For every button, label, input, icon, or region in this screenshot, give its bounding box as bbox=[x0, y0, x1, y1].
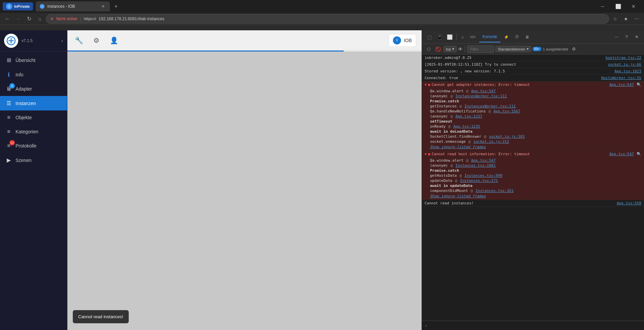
person-button[interactable]: 👤 bbox=[108, 34, 120, 46]
dt-tab-consolejs[interactable]: </> bbox=[467, 32, 478, 42]
src-1-5[interactable]: App.tsx:1567 bbox=[493, 109, 520, 113]
src-1-4[interactable]: InstancesWorker.tsx:111 bbox=[464, 104, 516, 108]
console-filter-input[interactable] bbox=[467, 45, 494, 53]
show-frames-2[interactable]: Show ignore-listed frames bbox=[430, 193, 644, 199]
error-search-icon-2[interactable]: 🔍 bbox=[637, 152, 641, 156]
stack-row-1-2: (anonym) @ InstancesWorker.tsx:111 bbox=[430, 94, 644, 99]
console-input-area: › bbox=[422, 321, 644, 330]
back-button[interactable]: ← bbox=[3, 14, 12, 24]
console-log-area[interactable]: iobroker.admin@7.0.25 bootstrap.tsx:22 [… bbox=[422, 55, 644, 321]
sidebar-item-instanzen[interactable]: ☰ Instanzen bbox=[0, 96, 67, 110]
forward-button[interactable]: → bbox=[13, 14, 23, 24]
method-1-1: Qa.window.alert bbox=[430, 89, 463, 93]
wrench-button[interactable]: 🔧 bbox=[73, 34, 85, 46]
collections-button[interactable]: ★ bbox=[621, 14, 631, 24]
dt-divider2 bbox=[465, 46, 465, 53]
log-src-1[interactable]: bootstrap.tsx:22 bbox=[606, 56, 641, 60]
stack-row-2-1: Qa.window.alert @ App.tsx:547 bbox=[430, 158, 644, 163]
maximize-button[interactable]: ⬜ bbox=[610, 1, 626, 11]
sidebar-item-protokolle[interactable]: ≡ 12 Protokolle bbox=[0, 139, 67, 153]
dt-tab-performance[interactable]: ⏱ bbox=[512, 32, 522, 42]
method-1-5: Qa.handleNewNotifications bbox=[430, 109, 486, 113]
sidebar-item-info[interactable]: ℹ Info bbox=[0, 67, 67, 82]
at-2-5: @ bbox=[455, 178, 457, 183]
sidebar-item-kategorien[interactable]: ≡ Kategorien bbox=[0, 125, 67, 139]
console-settings-button[interactable]: ⚙ bbox=[570, 45, 578, 53]
log-src-3[interactable]: App.tsx:1023 bbox=[615, 69, 641, 73]
tab-close-icon[interactable]: ✕ bbox=[100, 4, 106, 9]
src-1-8[interactable]: App.tsx:1235 bbox=[453, 124, 480, 129]
inspect-element-button[interactable]: ⬚ bbox=[425, 32, 434, 42]
dt-tab-elements[interactable]: ⌂ bbox=[459, 32, 466, 42]
dt-tab-more[interactable]: ⋯ bbox=[612, 32, 621, 42]
stack-row-1-8: onReady @ App.tsx:1235 bbox=[430, 124, 644, 129]
error-src-2[interactable]: App.tsx:547 bbox=[609, 152, 634, 156]
title-bar: i InPrivate i instances - IOB ✕ + ─ ⬜ ✕ bbox=[0, 0, 644, 13]
stack-section-1-9: await in doLoadData bbox=[430, 129, 644, 134]
context-chevron-icon: ▾ bbox=[452, 47, 454, 51]
favorites-button[interactable]: ☆ bbox=[610, 14, 620, 24]
at-2-2: @ bbox=[451, 163, 453, 168]
show-frames-1[interactable]: Show ignore-listed frames bbox=[430, 144, 644, 150]
console-sidebar-toggle[interactable]: ⬡ bbox=[425, 45, 433, 53]
sidebar-item-adapter[interactable]: 🖥 6 Adapter bbox=[0, 82, 67, 96]
src-2-5[interactable]: Instances.tsx:271 bbox=[460, 178, 498, 183]
reload-button[interactable]: ↻ bbox=[24, 14, 34, 24]
drawer-toggle-button[interactable]: ⬜ bbox=[445, 32, 454, 42]
minimize-button[interactable]: ─ bbox=[595, 1, 610, 11]
stack-row-1-6: (anonym) @ App.tsx:1237 bbox=[430, 114, 644, 119]
src-2-7[interactable]: Instances.tsx:261 bbox=[476, 189, 514, 193]
dt-tab-network[interactable]: ⚡ bbox=[501, 32, 512, 42]
src-1-2[interactable]: InstancesWorker.tsx:111 bbox=[456, 94, 507, 98]
log-src-4[interactable]: HostsWorker.tsx:55 bbox=[601, 76, 641, 80]
dt-tab-application[interactable]: 🖥 bbox=[522, 32, 532, 42]
adapter-icon: 🖥 6 bbox=[5, 86, 12, 92]
iob-badge[interactable]: I IOB bbox=[389, 34, 416, 47]
adapter-label: Adapter bbox=[16, 86, 32, 92]
dt-tab-console[interactable]: Konsole bbox=[479, 32, 500, 42]
device-toggle-button[interactable]: 📱 bbox=[435, 32, 444, 42]
error-search-icon-1[interactable]: 🔍 bbox=[637, 82, 641, 87]
src-2-4[interactable]: Instances.tsx:999 bbox=[464, 173, 502, 178]
kategorien-label: Kategorien bbox=[16, 129, 38, 134]
new-tab-button[interactable]: + bbox=[111, 2, 121, 11]
src-2-2[interactable]: Instances.tsx:1001 bbox=[456, 163, 496, 168]
close-button[interactable]: ✕ bbox=[626, 1, 641, 11]
settings-button[interactable]: ⚙ bbox=[90, 34, 102, 46]
error-toggle-icon-2[interactable]: ▼ bbox=[425, 152, 427, 156]
dt-help-button[interactable]: ? bbox=[622, 32, 631, 42]
src-1-11[interactable]: socket.io.js:212 bbox=[473, 139, 509, 144]
more-button[interactable]: ⋯ bbox=[632, 14, 641, 24]
src-1-10[interactable]: socket.io.js:303 bbox=[489, 134, 525, 139]
home-button[interactable]: ⌂ bbox=[35, 14, 44, 24]
window-controls: ─ ⬜ ✕ bbox=[595, 1, 641, 11]
error-toggle-icon-1[interactable]: ▼ bbox=[425, 83, 427, 87]
stack-row-2-4: getHostsData @ Instances.tsx:999 bbox=[430, 173, 644, 178]
console-clear-button[interactable]: 🚫 bbox=[434, 45, 442, 53]
error-text-1: Cannot get adapter instances: Error: tim… bbox=[432, 82, 608, 87]
src-1-1[interactable]: App.tsx:547 bbox=[471, 89, 496, 93]
src-1-6[interactable]: App.tsx:1237 bbox=[456, 114, 482, 119]
sidebar-item-szenen[interactable]: ▶ Szenen bbox=[0, 153, 67, 167]
dt-close-button[interactable]: ✕ bbox=[632, 32, 641, 42]
console-input-field[interactable] bbox=[429, 323, 641, 328]
browser-tab[interactable]: i instances - IOB ✕ bbox=[36, 1, 110, 11]
error-block-2: ▼ ● Cannot read host information: Error:… bbox=[422, 151, 644, 200]
src-2-1[interactable]: App.tsx:547 bbox=[471, 158, 496, 163]
context-selector[interactable]: top ▾ bbox=[443, 46, 457, 52]
inprivate-label: InPrivate bbox=[14, 4, 30, 8]
error-src-1[interactable]: App.tsx:547 bbox=[609, 82, 634, 87]
nav-bar: ← → ↻ ⌂ ✕ Nicht sicher | https:// 192.16… bbox=[0, 13, 644, 25]
method-2-4: getHostsData bbox=[430, 173, 457, 178]
sidebar-item-uebersicht[interactable]: ⊞ Übersicht bbox=[0, 53, 67, 67]
log-src-bottom[interactable]: App.tsx:550 bbox=[617, 201, 641, 205]
address-bar[interactable]: ✕ Nicht sicher | https:// 192.168.178.21… bbox=[46, 14, 609, 24]
sidebar-item-objekte[interactable]: ≡ Objekte bbox=[0, 110, 67, 125]
sidebar-version: v7.1.5 bbox=[22, 38, 33, 43]
method-2-7: componentDidMount bbox=[430, 189, 468, 193]
sidebar-collapse-icon[interactable]: ‹ bbox=[61, 38, 63, 43]
stack-section-2-6: await in updateData bbox=[430, 183, 644, 188]
log-src-2[interactable]: socket.io.js:66 bbox=[608, 62, 641, 67]
browser-chrome: i InPrivate i instances - IOB ✕ + ─ ⬜ ✕ … bbox=[0, 0, 644, 30]
levels-selector[interactable]: Standardebenen ▾ bbox=[495, 46, 531, 52]
